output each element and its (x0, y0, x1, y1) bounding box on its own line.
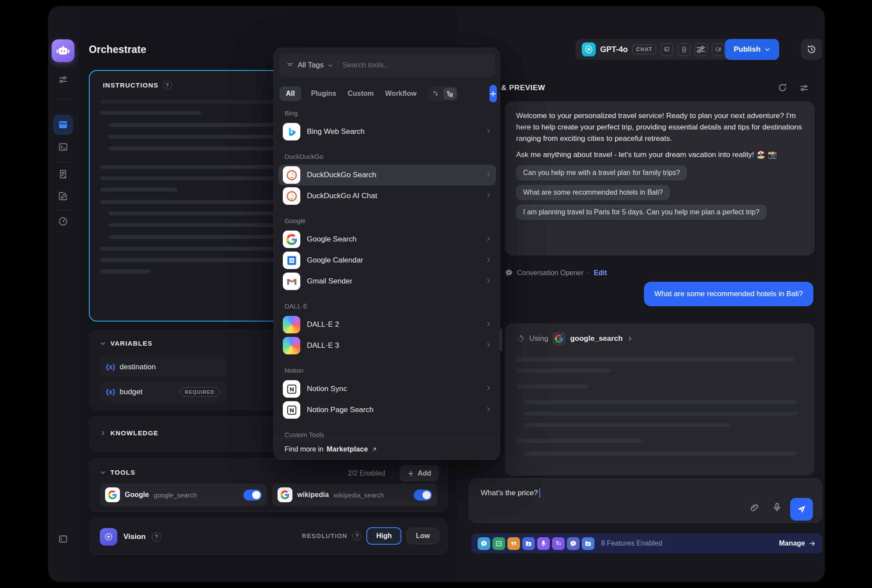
tools-header[interactable]: TOOLS (100, 469, 135, 476)
text-caret (539, 488, 540, 498)
sidebar-item-logs[interactable] (48, 169, 78, 179)
google-icon (283, 231, 300, 248)
skeleton-line (524, 412, 797, 416)
sidebar-item-terminal[interactable] (48, 142, 78, 152)
tool-list-item[interactable]: DALL·E 3 (278, 335, 496, 356)
sliders-icon (695, 44, 707, 55)
variable-row-budget[interactable]: {x} budget REQUIRED (100, 382, 226, 402)
tool-list-item[interactable]: DuckDuckGo AI Chat (278, 186, 496, 206)
tree-view-icon (446, 90, 454, 98)
tool-toggle[interactable] (243, 490, 262, 500)
help-icon[interactable]: ? (152, 532, 161, 542)
tool-card-wikipedia[interactable]: wikipedia wikipedia_search (272, 483, 437, 506)
left-pane-scrollbar[interactable] (500, 329, 503, 351)
opener-edit-link[interactable]: Edit (594, 269, 607, 277)
help-icon[interactable]: ? (352, 532, 361, 540)
document-list-icon (58, 169, 68, 179)
chat-heart-icon[interactable] (478, 537, 490, 550)
tool-list-item[interactable]: Google Search (278, 229, 496, 250)
marketplace-footer[interactable]: Find more in Marketplace (274, 438, 499, 459)
manage-features-button[interactable]: Manage (779, 539, 816, 547)
openai-icon (582, 42, 596, 56)
variables-header[interactable]: VARIABLES (100, 340, 152, 347)
sort-az-button[interactable] (429, 88, 443, 100)
file-upload-icon[interactable] (582, 537, 594, 550)
tool-card-google[interactable]: Google google_search (100, 483, 267, 506)
suggested-question-chip[interactable]: What are some recommended hotels in Bali… (516, 185, 670, 200)
skeleton-line (524, 423, 731, 427)
tool-list-item[interactable]: Notion Page Search (278, 399, 496, 420)
variable-token: {x} (106, 388, 115, 396)
model-settings-button[interactable] (695, 44, 707, 57)
opener-label: Conversation Opener (517, 269, 584, 277)
tags-filter-dropdown[interactable]: All Tags (286, 61, 333, 70)
create-tool-button[interactable] (489, 85, 497, 102)
restart-conversation-button[interactable] (777, 83, 788, 94)
help-icon[interactable]: ? (163, 80, 172, 90)
sidebar-item-orchestrate[interactable] (53, 115, 73, 135)
tab-workflow[interactable]: Workflow (385, 90, 417, 98)
tab-plugins[interactable]: Plugins (311, 90, 336, 98)
sidebar-item-settings[interactable] (48, 74, 78, 85)
folder-upload-icon[interactable] (522, 537, 535, 550)
media-card-icon[interactable] (492, 537, 505, 550)
variable-row-destination[interactable]: {x} destination (100, 357, 226, 377)
chevron-right-icon (485, 128, 492, 136)
tool-section-label: DuckDuckGo (285, 153, 490, 160)
suggested-question-chip[interactable]: I am planning travel to Paris for 5 days… (516, 205, 767, 220)
group-view-button[interactable] (443, 88, 457, 100)
preview-settings-button[interactable] (799, 83, 809, 94)
chat-input-value[interactable]: What's the price? (481, 489, 538, 497)
marketplace-link[interactable]: Marketplace (327, 445, 368, 453)
chat-input-box[interactable]: What's the price? (469, 478, 822, 523)
sidebar (48, 6, 78, 582)
attach-file-button[interactable] (749, 503, 759, 514)
voice-input-button[interactable] (772, 502, 782, 514)
variable-name: budget (120, 388, 142, 396)
history-button[interactable] (801, 39, 822, 60)
microphone-icon[interactable] (537, 537, 550, 550)
view-toggle (428, 86, 458, 101)
tool-list-item[interactable]: Gmail Sender (278, 271, 496, 292)
resolution-low-button[interactable]: Low (407, 528, 439, 544)
quote-icon[interactable] (507, 537, 520, 550)
resolution-high-button[interactable]: High (366, 527, 401, 545)
sidebar-item-monitor[interactable] (48, 216, 78, 227)
publish-button[interactable]: Publish (725, 39, 779, 60)
chat-mode-badge: CHAT (632, 45, 656, 54)
tool-call-header[interactable]: Using google_search (516, 332, 803, 345)
chevron-right-icon (485, 277, 492, 286)
tool-toggle[interactable] (414, 490, 432, 500)
sidebar-collapse-button[interactable] (48, 534, 78, 544)
tool-search-input[interactable]: Search tools... (342, 61, 390, 70)
window-icon (58, 119, 68, 130)
features-bar: 8 Features Enabled Manage (471, 533, 822, 553)
tool-picker-popup: All Tags Search tools... All Plugins Cus… (274, 48, 500, 460)
tool-list-item[interactable]: DuckDuckGo Search (278, 164, 496, 186)
tool-tabs: All Plugins Custom Workflow (279, 85, 495, 102)
app-avatar[interactable] (52, 39, 74, 62)
tab-custom[interactable]: Custom (348, 90, 374, 98)
sidebar-item-compose[interactable] (48, 191, 78, 201)
tool-list-item[interactable]: Bing Web Search (278, 121, 496, 142)
app-window: Orchestrate INSTRUCTIONS ? VARIABLES {x}… (48, 6, 825, 582)
tool-list-item[interactable]: DALL·E 2 (278, 314, 496, 335)
model-selector[interactable]: GPT-4o CHAT (576, 39, 731, 60)
conversation-opener-row: Conversation Opener · Edit (505, 269, 607, 277)
text-to-speech-icon[interactable] (552, 537, 565, 550)
chevron-right-icon (485, 171, 492, 179)
tab-all[interactable]: All (279, 86, 301, 101)
resolution-label: RESOLUTION (302, 532, 348, 539)
tools-title: TOOLS (110, 469, 135, 476)
tool-item-name: Notion Page Search (307, 406, 373, 414)
send-button[interactable] (790, 498, 813, 521)
tool-list-item[interactable]: Notion Sync (278, 378, 496, 399)
add-tool-button[interactable]: Add (400, 465, 439, 482)
terminal-icon (58, 142, 68, 152)
tool-call-name: google_search (570, 334, 622, 343)
tool-list-item[interactable]: 31Google Calendar (278, 250, 496, 271)
chat-bolt-icon[interactable] (567, 537, 580, 550)
sliders-icon (799, 83, 809, 93)
suggested-question-chip[interactable]: Can you help me with a travel plan for f… (516, 165, 687, 180)
history-icon (806, 44, 817, 55)
